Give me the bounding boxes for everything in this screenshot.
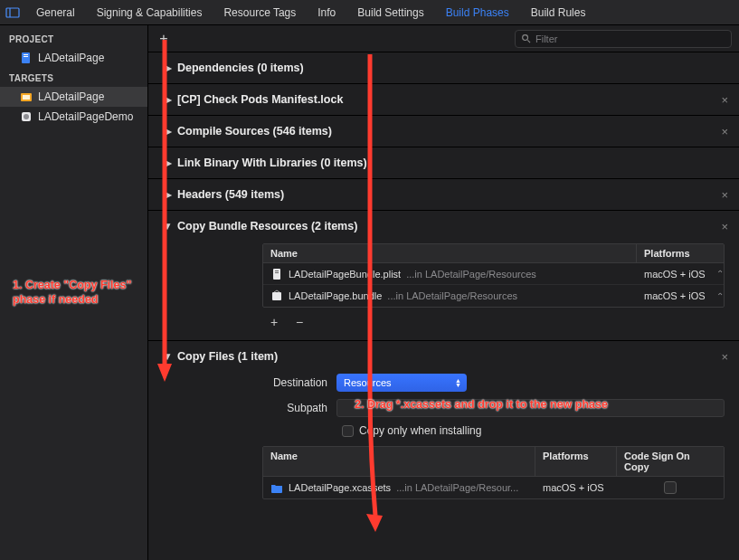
phase-headers-title: Headers (549 items) [177, 188, 284, 201]
svg-rect-6 [23, 95, 30, 100]
phase-copy-bundle: ▼ Copy Bundle Resources (2 items) × Name… [148, 211, 739, 341]
phase-compile-header[interactable]: ▶ Compile Sources (546 items) [163, 125, 732, 138]
svg-rect-0 [6, 8, 19, 17]
phase-headers: ▶ Headers (549 items) × [148, 179, 739, 211]
svg-rect-13 [275, 272, 279, 273]
phase-pods: ▶ [CP] Check Pods Manifest.lock × [148, 84, 739, 116]
col-name[interactable]: Name [263, 447, 535, 476]
phase-link: ▶ Link Binary With Libraries (0 items) [148, 147, 739, 179]
col-codesign[interactable]: Code Sign On Copy [617, 447, 724, 476]
phase-pods-title: [CP] Check Pods Manifest.lock [177, 93, 343, 106]
project-item[interactable]: LADetailPage [0, 48, 147, 68]
target-item-0[interactable]: LADetailPage [0, 87, 147, 107]
subpath-input[interactable] [336, 399, 725, 417]
table-row[interactable]: LADetailPageBundle.plist ...in LADetailP… [263, 263, 724, 285]
add-phase-button[interactable]: + [156, 31, 172, 47]
svg-point-8 [24, 114, 29, 119]
project-item-label: LADetailPage [38, 52, 104, 64]
target-item-0-label: LADetailPage [38, 90, 104, 103]
file-path: ...in LADetailPage/Resour... [396, 482, 518, 493]
copy-files-table: Name Platforms Code Sign On Copy LADetai… [262, 446, 725, 499]
file-name: LADetailPageBundle.plist [289, 269, 401, 280]
svg-rect-2 [22, 52, 30, 63]
target-editor-tabs: General Signing & Capabilities Resource … [25, 0, 739, 25]
xcassets-folder-icon [270, 481, 283, 494]
platforms-value: macOS + iOS [644, 290, 706, 301]
platforms-value: macOS + iOS [644, 269, 706, 280]
stepper-icon[interactable]: ⌃⌄ [716, 291, 724, 301]
table-header: Name Platforms Code Sign On Copy [263, 447, 724, 477]
chevron-right-icon: ▶ [163, 188, 172, 201]
remove-phase-button[interactable]: × [721, 350, 728, 364]
phase-copy-files-header[interactable]: ▼ Copy Files (1 item) [163, 350, 732, 363]
col-name[interactable]: Name [263, 244, 637, 262]
remove-file-button[interactable]: − [291, 315, 308, 329]
destination-select[interactable]: Resources ▲▼ [336, 374, 467, 392]
subpath-label: Subpath [262, 402, 336, 414]
file-path: ...in LADetailPage/Resources [406, 269, 536, 280]
file-name: LADetailPage.xcassets [289, 482, 391, 493]
target-item-1-label: LADetailPageDemo [38, 110, 133, 123]
filter-icon [521, 33, 531, 43]
chevron-right-icon: ▶ [163, 157, 172, 169]
destination-value: Resources [344, 377, 392, 388]
targets-section-label: TARGETS [0, 68, 147, 87]
destination-label: Destination [262, 376, 336, 389]
phase-compile: ▶ Compile Sources (546 items) × [148, 116, 739, 147]
xcodeproj-icon [20, 52, 33, 64]
plist-file-icon [270, 268, 283, 280]
file-path: ...in LADetailPage/Resources [387, 290, 517, 301]
copy-only-checkbox[interactable] [342, 425, 354, 437]
svg-rect-3 [24, 54, 28, 55]
tab-info[interactable]: Info [307, 0, 346, 25]
tab-resource-tags[interactable]: Resource Tags [213, 0, 307, 25]
filter-field[interactable] [515, 30, 732, 48]
tab-general[interactable]: General [25, 0, 86, 25]
filter-input[interactable] [535, 33, 725, 44]
phase-pods-header[interactable]: ▶ [CP] Check Pods Manifest.lock [163, 93, 732, 106]
target-item-1[interactable]: LADetailPageDemo [0, 107, 147, 127]
phase-link-title: Link Binary With Libraries (0 items) [177, 157, 367, 169]
build-phases-content: + ▶ Dependencies (0 items) ▶ [CP] Check … [148, 25, 739, 560]
table-row[interactable]: LADetailPage.xcassets ...in LADetailPage… [263, 477, 724, 498]
phase-dependencies-header[interactable]: ▶ Dependencies (0 items) [163, 62, 732, 74]
add-file-button[interactable]: + [266, 315, 282, 329]
svg-rect-11 [273, 269, 280, 280]
codesign-checkbox[interactable] [664, 481, 677, 494]
platforms-value: macOS + iOS [543, 482, 604, 493]
tab-build-phases[interactable]: Build Phases [435, 0, 520, 25]
table-header: Name Platforms [263, 244, 724, 263]
file-name: LADetailPage.bundle [289, 290, 382, 301]
phase-dependencies: ▶ Dependencies (0 items) [148, 52, 739, 84]
chevron-right-icon: ▶ [163, 125, 172, 138]
tab-build-settings[interactable]: Build Settings [346, 0, 434, 25]
svg-point-9 [523, 35, 528, 41]
bundle-file-icon [270, 289, 283, 302]
tab-build-rules[interactable]: Build Rules [520, 0, 597, 25]
chevron-right-icon: ▶ [163, 62, 172, 74]
phase-dependencies-title: Dependencies (0 items) [177, 62, 304, 74]
panel-toggle-icon[interactable] [4, 5, 22, 20]
phase-link-header[interactable]: ▶ Link Binary With Libraries (0 items) [163, 157, 732, 169]
phase-headers-header[interactable]: ▶ Headers (549 items) [163, 188, 732, 201]
stepper-icon[interactable]: ⌃⌄ [716, 269, 724, 279]
remove-phase-button[interactable]: × [721, 220, 728, 233]
col-platforms[interactable]: Platforms [637, 244, 724, 262]
svg-line-10 [527, 40, 530, 43]
svg-rect-4 [24, 56, 28, 57]
phase-compile-title: Compile Sources (546 items) [177, 125, 332, 138]
phase-copy-files: ▼ Copy Files (1 item) × Destination Reso… [148, 341, 739, 508]
phase-copy-files-title: Copy Files (1 item) [177, 350, 278, 363]
copy-bundle-table: Name Platforms LADetailPageBundle.plist … [262, 243, 725, 308]
table-row[interactable]: LADetailPage.bundle ...in LADetailPage/R… [263, 285, 724, 307]
tab-signing[interactable]: Signing & Capabilities [86, 0, 213, 25]
editor-tabbar: General Signing & Capabilities Resource … [0, 0, 739, 25]
remove-phase-button[interactable]: × [721, 93, 728, 107]
copy-only-label: Copy only when installing [359, 424, 481, 437]
col-platforms[interactable]: Platforms [535, 447, 617, 476]
remove-phase-button[interactable]: × [721, 125, 728, 138]
remove-phase-button[interactable]: × [721, 188, 728, 202]
phase-copy-bundle-header[interactable]: ▼ Copy Bundle Resources (2 items) [163, 220, 732, 233]
project-section-label: PROJECT [0, 29, 147, 48]
chevron-right-icon: ▶ [163, 93, 172, 106]
